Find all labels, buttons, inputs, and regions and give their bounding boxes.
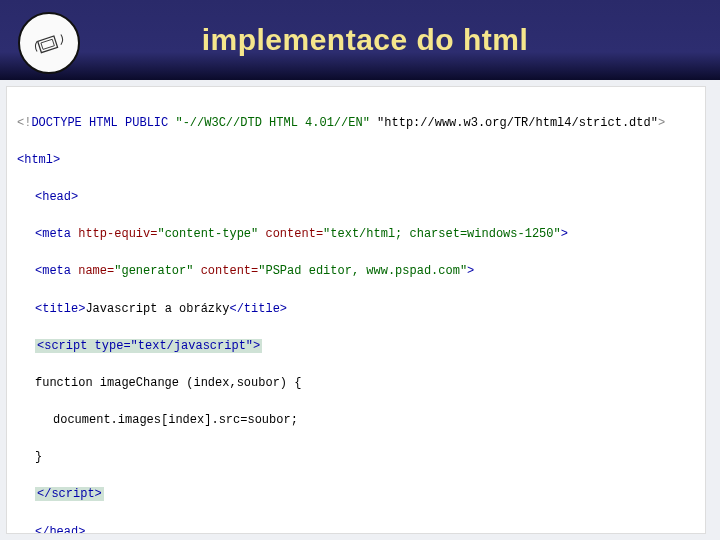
logo-icon bbox=[18, 12, 80, 74]
code-listing: <!DOCTYPE HTML PUBLIC "-//W3C//DTD HTML … bbox=[6, 86, 706, 534]
svg-rect-0 bbox=[38, 36, 58, 53]
slide-title: implementace do html bbox=[80, 23, 720, 57]
code-text: <! bbox=[17, 116, 31, 130]
slide-header: implementace do html bbox=[0, 0, 720, 80]
svg-rect-1 bbox=[41, 39, 54, 49]
